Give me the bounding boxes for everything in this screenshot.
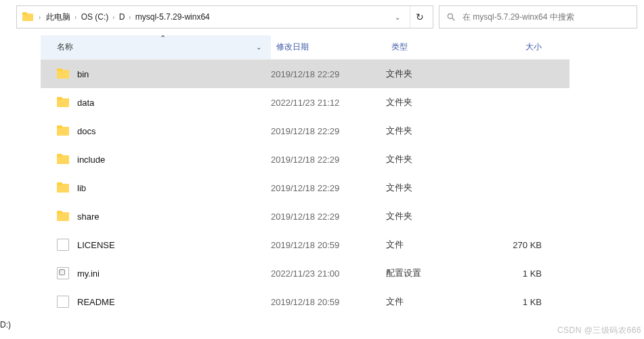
file-type: 配置设置 bbox=[386, 267, 474, 279]
file-name-cell: data bbox=[41, 97, 271, 108]
file-date: 2019/12/18 22:29 bbox=[271, 69, 386, 79]
file-row[interactable]: include2019/12/18 22:29文件夹 bbox=[41, 145, 570, 174]
sidebar-item-drive[interactable]: D:) bbox=[0, 320, 11, 330]
file-type: 文件夹 bbox=[386, 153, 474, 165]
search-icon bbox=[446, 12, 456, 22]
file-type: 文件夹 bbox=[386, 68, 474, 80]
refresh-button[interactable]: ↻ bbox=[410, 6, 429, 28]
file-date: 2022/11/23 21:12 bbox=[271, 98, 386, 108]
file-row[interactable]: docs2019/12/18 22:29文件夹 bbox=[41, 117, 570, 145]
file-name: lib bbox=[77, 183, 86, 193]
file-name: my.ini bbox=[77, 268, 100, 279]
folder-icon bbox=[57, 154, 69, 165]
file-size: 1 KB bbox=[474, 297, 555, 307]
toolbar: › 此电脑› OS (C:)› D› mysql-5.7.29-winx64 ⌄… bbox=[0, 0, 644, 35]
chevron-right-icon[interactable]: › bbox=[74, 14, 77, 21]
chevron-right-icon[interactable]: › bbox=[38, 14, 41, 21]
watermark: CSDN @三级码农666 bbox=[557, 325, 641, 336]
file-size: 1 KB bbox=[474, 268, 555, 279]
file-row[interactable]: LICENSE2019/12/18 20:59文件270 KB bbox=[41, 231, 570, 259]
file-name-cell: lib bbox=[41, 182, 271, 193]
file-date: 2019/12/18 20:59 bbox=[271, 240, 386, 250]
file-type: 文件 bbox=[386, 239, 474, 251]
search-placeholder: 在 mysql-5.7.29-winx64 中搜索 bbox=[463, 12, 574, 23]
folder-icon bbox=[57, 211, 69, 222]
file-date: 2019/12/18 22:29 bbox=[271, 212, 386, 222]
column-header-name[interactable]: 名称⌄ bbox=[41, 35, 271, 59]
sort-ascending-icon: ⌃ bbox=[160, 34, 166, 43]
file-row[interactable]: lib2019/12/18 22:29文件夹 bbox=[41, 174, 570, 202]
file-name-cell: docs bbox=[41, 125, 271, 136]
file-name: data bbox=[77, 98, 94, 108]
chevron-down-icon[interactable]: ⌄ bbox=[389, 14, 406, 21]
column-header-date[interactable]: 修改日期 bbox=[271, 41, 386, 53]
file-name: share bbox=[77, 212, 100, 222]
file-row[interactable]: my.ini2022/11/23 21:00配置设置1 KB bbox=[41, 259, 570, 287]
file-name-cell: share bbox=[41, 211, 271, 222]
file-name: LICENSE bbox=[77, 240, 115, 250]
file-name-cell: LICENSE bbox=[41, 239, 271, 251]
file-name-cell: bin bbox=[41, 68, 271, 79]
file-type: 文件夹 bbox=[386, 210, 474, 222]
svg-point-0 bbox=[448, 14, 452, 18]
chevron-down-icon[interactable]: ⌄ bbox=[256, 43, 261, 51]
file-name: docs bbox=[77, 126, 95, 136]
breadcrumb-item[interactable]: mysql-5.7.29-winx64 bbox=[135, 12, 210, 22]
chevron-right-icon[interactable]: › bbox=[128, 14, 131, 21]
file-type: 文件夹 bbox=[386, 96, 474, 108]
file-date: 2019/12/18 22:29 bbox=[271, 126, 386, 136]
file-type: 文件夹 bbox=[386, 125, 474, 137]
file-row[interactable]: share2019/12/18 22:29文件夹 bbox=[41, 202, 570, 231]
file-row[interactable]: README2019/12/18 20:59文件1 KB bbox=[41, 287, 570, 316]
breadcrumb-item[interactable]: OS (C:)› bbox=[81, 12, 116, 22]
folder-icon bbox=[57, 125, 69, 136]
address-bar[interactable]: › 此电脑› OS (C:)› D› mysql-5.7.29-winx64 ⌄… bbox=[16, 5, 433, 28]
column-header-type[interactable]: 类型 bbox=[386, 41, 474, 53]
file-size: 270 KB bbox=[474, 240, 555, 250]
file-date: 2019/12/18 22:29 bbox=[271, 183, 386, 193]
folder-icon bbox=[57, 97, 69, 108]
file-type: 文件 bbox=[386, 296, 474, 308]
folder-icon bbox=[22, 12, 33, 22]
file-name-cell: my.ini bbox=[41, 267, 271, 279]
file-name: include bbox=[77, 155, 105, 165]
file-row[interactable]: bin2019/12/18 22:29文件夹 bbox=[41, 60, 570, 88]
chevron-right-icon[interactable]: › bbox=[112, 14, 115, 21]
file-row[interactable]: data2022/11/23 21:12文件夹 bbox=[41, 88, 570, 117]
folder-icon bbox=[57, 68, 69, 79]
file-name-cell: README bbox=[41, 296, 271, 308]
file-name: README bbox=[77, 297, 115, 307]
breadcrumb: 此电脑› OS (C:)› D› mysql-5.7.29-winx64 bbox=[46, 12, 385, 23]
settings-file-icon bbox=[57, 267, 69, 279]
column-headers: 名称⌄ 修改日期 类型 大小 bbox=[41, 35, 570, 60]
file-icon bbox=[57, 239, 69, 251]
file-list: ⌃ 名称⌄ 修改日期 类型 大小 bin2019/12/18 22:29文件夹d… bbox=[0, 35, 644, 316]
file-date: 2022/11/23 21:00 bbox=[271, 268, 386, 279]
breadcrumb-item[interactable]: 此电脑› bbox=[46, 12, 78, 23]
file-icon bbox=[57, 296, 69, 308]
search-input[interactable]: 在 mysql-5.7.29-winx64 中搜索 bbox=[439, 5, 637, 28]
svg-line-1 bbox=[452, 18, 455, 21]
column-header-size[interactable]: 大小 bbox=[474, 41, 555, 53]
file-name-cell: include bbox=[41, 154, 271, 165]
file-type: 文件夹 bbox=[386, 182, 474, 194]
file-date: 2019/12/18 22:29 bbox=[271, 155, 386, 165]
file-date: 2019/12/18 20:59 bbox=[271, 297, 386, 307]
file-name: bin bbox=[77, 69, 89, 79]
folder-icon bbox=[57, 182, 69, 193]
breadcrumb-item[interactable]: D› bbox=[119, 12, 133, 22]
